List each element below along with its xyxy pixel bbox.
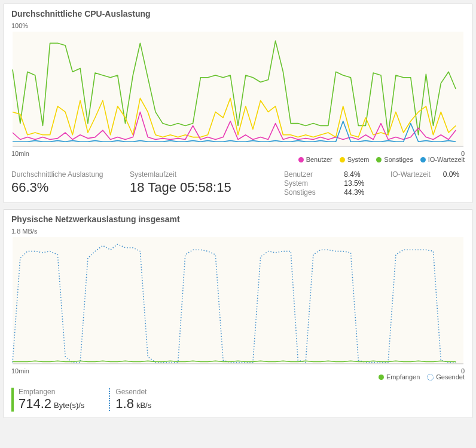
legend-swatch: [379, 375, 384, 380]
net-recv-accent: [11, 388, 14, 412]
cpu-panel: Durchschnittliche CPU-Auslastung 100% 10…: [4, 4, 472, 203]
net-chart-svg: [11, 229, 465, 372]
cpu-breakdown: Benutzer8.4%System13.5%Sonstiges44.3%: [284, 170, 386, 197]
net-sent-accent: [108, 388, 111, 412]
breakdown-key: Benutzer: [284, 170, 337, 179]
legend-item[interactable]: IO-Wartezeit: [420, 156, 465, 163]
net-sent-unit: kB/s: [134, 401, 151, 410]
cpu-y-top: 100%: [11, 22, 28, 29]
cpu-x-right: 0: [461, 150, 465, 157]
breakdown-key: Sonstiges: [284, 188, 337, 197]
net-x-right: 0: [461, 367, 465, 375]
net-sent-value: 1.8: [115, 396, 134, 411]
cpu-chart-svg: [11, 23, 465, 155]
legend-item[interactable]: System: [340, 156, 370, 163]
breakdown-val: 8.4%: [344, 170, 386, 179]
cpu-stats: Durchschnittliche Auslastung 66.3% Syste…: [4, 167, 472, 202]
cpu-avg-label: Durchschnittliche Auslastung: [11, 170, 125, 180]
legend-label: Sonstiges: [384, 156, 413, 163]
legend-label: Benutzer: [306, 156, 332, 163]
cpu-iowait-label: IO-Wartezeit: [390, 170, 436, 179]
net-x-left: 10min: [11, 367, 29, 375]
cpu-x-left: 10min: [11, 150, 29, 157]
net-stats: Empfangen 714.2Byte(s)/s Gesendet 1.8kB/…: [4, 384, 472, 418]
net-chart: 1.8 MB/s 10min 0: [11, 229, 465, 372]
legend-label: System: [347, 156, 370, 163]
cpu-panel-title: Durchschnittliche CPU-Auslastung: [4, 4, 472, 20]
legend-item[interactable]: Benutzer: [298, 156, 332, 163]
svg-rect-0: [13, 32, 463, 146]
cpu-chart: 100% 10min 0: [11, 23, 465, 155]
legend-swatch: [376, 157, 382, 162]
cpu-avg-stat: Durchschnittliche Auslastung 66.3%: [11, 170, 125, 197]
legend-label: Empfangen: [386, 373, 420, 381]
breakdown-val: 13.5%: [344, 179, 386, 188]
cpu-uptime-value: 18 Tage 05:58:15: [130, 180, 279, 195]
legend-item[interactable]: Sonstiges: [376, 156, 413, 163]
net-sent-label: Gesendet: [115, 388, 151, 396]
breakdown-key: System: [284, 179, 337, 188]
cpu-iowait-stat: IO-Wartezeit 0.0%: [390, 170, 465, 197]
breakdown-val: 44.3%: [344, 188, 386, 197]
cpu-iowait-value: 0.0%: [443, 170, 465, 179]
cpu-legend: BenutzerSystemSonstigesIO-Wartezeit: [4, 155, 472, 167]
net-sent-stat: Gesendet 1.8kB/s: [108, 388, 151, 412]
net-panel-title: Physische Netzwerkauslastung insgesamt: [4, 210, 472, 225]
net-legend: EmpfangenGesendet: [4, 372, 472, 384]
legend-label: IO-Wartezeit: [428, 156, 465, 163]
net-recv-value: 714.2: [19, 396, 51, 411]
legend-swatch: [298, 157, 304, 162]
net-recv-stat: Empfangen 714.2Byte(s)/s: [11, 388, 84, 412]
legend-swatch: [427, 374, 434, 381]
cpu-avg-value: 66.3%: [11, 180, 125, 195]
legend-item[interactable]: Gesendet: [427, 373, 465, 381]
net-panel: Physische Netzwerkauslastung insgesamt 1…: [4, 209, 472, 418]
legend-swatch: [340, 157, 345, 162]
cpu-uptime-stat: Systemlaufzeit 18 Tage 05:58:15: [130, 170, 279, 197]
svg-rect-2: [13, 237, 463, 364]
legend-label: Gesendet: [436, 373, 465, 381]
cpu-uptime-label: Systemlaufzeit: [130, 170, 279, 180]
net-recv-unit: Byte(s)/s: [51, 401, 84, 410]
net-recv-label: Empfangen: [19, 388, 84, 396]
legend-swatch: [420, 157, 426, 162]
legend-item[interactable]: Empfangen: [379, 373, 420, 381]
net-y-top: 1.8 MB/s: [11, 228, 37, 235]
